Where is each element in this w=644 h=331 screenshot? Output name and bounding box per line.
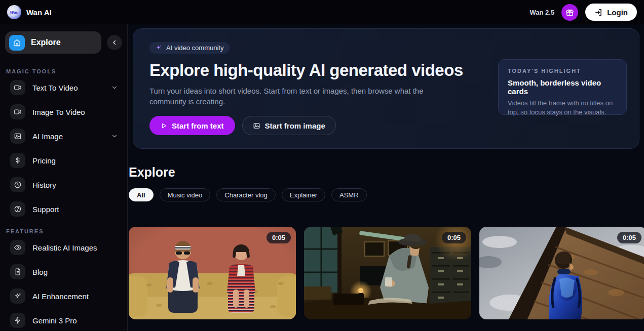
- brand-name: Wan AI: [26, 8, 52, 17]
- video-card[interactable]: 0:05: [304, 227, 471, 319]
- sidebar-item-label: Support: [32, 205, 59, 214]
- sparkles-icon: [10, 288, 25, 304]
- image-icon: [253, 122, 260, 130]
- sidebar: Explore MAGIC TOOLS Text To Video: [0, 24, 128, 331]
- sidebar-item-text-to-video[interactable]: Text To Video: [0, 75, 127, 100]
- sidebar-divider: [0, 61, 127, 61]
- duration-badge: 0:05: [617, 232, 641, 243]
- sidebar-item-history[interactable]: History: [0, 173, 127, 197]
- magic-tools-section-label: MAGIC TOOLS: [6, 68, 127, 74]
- brand[interactable]: Wan Wan AI: [7, 5, 52, 19]
- image-icon: [10, 129, 25, 144]
- sidebar-item-ai-image[interactable]: AI Image: [0, 124, 127, 148]
- clock-icon: [10, 177, 25, 192]
- login-label: Login: [607, 8, 628, 17]
- video-camera-icon: [10, 104, 25, 119]
- duration-badge: 0:05: [442, 232, 466, 243]
- sidebar-item-label: Blog: [32, 268, 48, 276]
- start-from-image-label: Start from image: [265, 121, 325, 130]
- login-button[interactable]: Login: [585, 4, 637, 21]
- filter-explainer[interactable]: Explainer: [282, 188, 325, 201]
- sidebar-item-ai-enhancement[interactable]: AI Enhancement: [0, 284, 127, 308]
- duration-badge: 0:05: [267, 232, 291, 243]
- wan-ai-logo-icon: Wan: [7, 5, 21, 19]
- start-from-text-label: Start from text: [172, 121, 224, 130]
- hero-subtitle: Turn your ideas into short videos. Start…: [149, 86, 433, 107]
- help-icon: [10, 201, 25, 217]
- sidebar-item-label: Gemini 3 Pro: [32, 316, 77, 325]
- sidebar-explore-label: Explore: [31, 38, 61, 47]
- filter-all[interactable]: All: [129, 188, 154, 201]
- gift-button[interactable]: [561, 4, 578, 21]
- sidebar-item-label: Realistic AI Images: [32, 243, 97, 252]
- sidebar-item-explore[interactable]: Explore: [5, 31, 101, 54]
- sidebar-item-pricing[interactable]: Pricing: [0, 148, 127, 173]
- sidebar-item-label: AI Enhancement: [32, 292, 89, 301]
- hero-badge: AI video community: [149, 42, 230, 54]
- filter-character-vlog[interactable]: Character vlog: [216, 188, 276, 201]
- version-label: Wan 2.5: [530, 9, 555, 16]
- chevron-down-icon[interactable]: [111, 84, 118, 91]
- hero-badge-label: AI video community: [166, 44, 223, 52]
- lightning-icon: [10, 313, 25, 328]
- play-icon: [161, 122, 167, 129]
- start-from-text-button[interactable]: Start from text: [149, 116, 235, 135]
- video-grid: 0:05: [129, 227, 644, 319]
- sparkles-icon: [156, 45, 162, 51]
- topbar: Wan Wan AI Wan 2.5: [0, 0, 644, 24]
- sidebar-item-image-to-video[interactable]: Image To Video: [0, 100, 127, 124]
- sidebar-item-label: Pricing: [32, 156, 56, 165]
- sidebar-item-label: Image To Video: [32, 108, 85, 116]
- home-icon: [9, 35, 25, 51]
- eye-icon: [10, 240, 25, 255]
- video-card[interactable]: 0:05: [129, 227, 296, 319]
- sidebar-item-label: AI Image: [32, 132, 63, 141]
- highlight-description: Videos fill the frame with no titles on …: [508, 99, 617, 116]
- explore-section: Explore All Music video Character vlog E…: [128, 149, 644, 319]
- login-icon: [594, 8, 603, 17]
- sidebar-item-label: Text To Video: [32, 84, 78, 92]
- todays-highlight-card: TODAY'S HIGHLIGHT Smooth, borderless vid…: [498, 59, 627, 115]
- gift-icon: [565, 8, 574, 17]
- filter-asmr[interactable]: ASMR: [331, 188, 367, 201]
- hero-panel: AI video community Explore high-quality …: [133, 28, 639, 149]
- start-from-image-button[interactable]: Start from image: [242, 116, 336, 135]
- sidebar-collapse-button[interactable]: [107, 35, 122, 50]
- sidebar-item-realistic-ai-images[interactable]: Realistic AI Images: [0, 235, 127, 260]
- sidebar-item-label: History: [32, 181, 56, 189]
- sidebar-item-blog[interactable]: Blog: [0, 260, 127, 284]
- chevron-down-icon[interactable]: [111, 133, 118, 140]
- video-card[interactable]: 0:05: [479, 227, 644, 319]
- features-section-label: FEATURES: [6, 228, 127, 234]
- filter-music-video[interactable]: Music video: [160, 188, 211, 201]
- video-camera-icon: [10, 80, 25, 95]
- explore-section-title: Explore: [129, 165, 644, 180]
- document-icon: [10, 264, 25, 279]
- dollar-icon: [10, 153, 25, 168]
- highlight-label: TODAY'S HIGHLIGHT: [508, 68, 617, 74]
- highlight-title: Smooth, borderless video cards: [508, 78, 617, 96]
- sidebar-item-gemini-3-pro[interactable]: Gemini 3 Pro: [0, 308, 127, 331]
- chevron-left-icon: [111, 39, 118, 46]
- sidebar-item-support[interactable]: Support: [0, 197, 127, 221]
- filter-bar: All Music video Character vlog Explainer…: [129, 188, 644, 201]
- main-content: AI video community Explore high-quality …: [128, 24, 644, 331]
